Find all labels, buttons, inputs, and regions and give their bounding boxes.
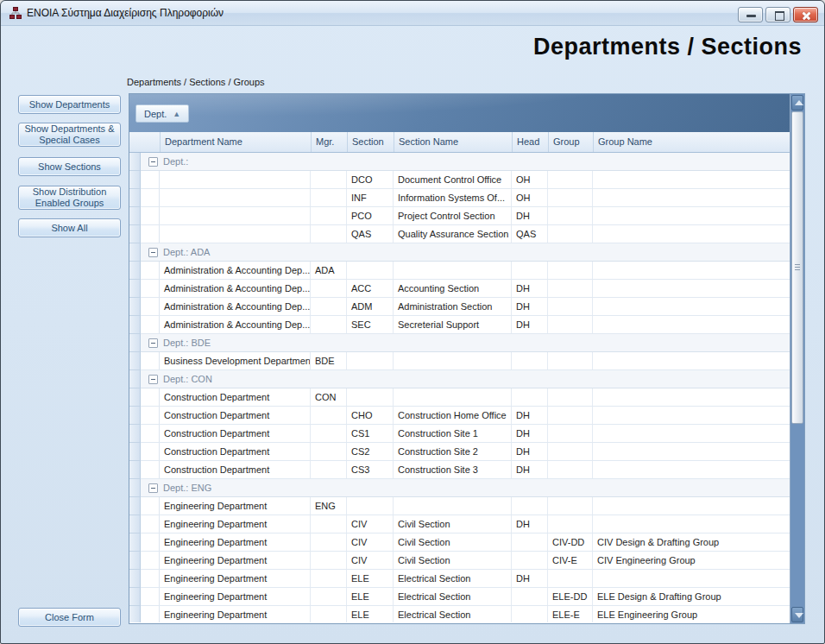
show-distribution-enabled-groups-button[interactable]: Show Distribution Enabled Groups bbox=[18, 186, 121, 210]
row-indicator[interactable] bbox=[129, 425, 141, 443]
column-header[interactable]: Department Name bbox=[161, 132, 312, 152]
grid-cell[interactable] bbox=[512, 262, 548, 279]
table-row[interactable]: Construction DepartmentCS2Construction S… bbox=[129, 443, 790, 461]
table-row[interactable]: PCOProject Control SectionDH bbox=[129, 207, 790, 225]
show-all-button[interactable]: Show All bbox=[18, 218, 121, 237]
grid-cell[interactable]: CIV Design & Drafting Group bbox=[593, 534, 790, 551]
grid-cell[interactable]: CIV-DD bbox=[548, 534, 593, 551]
grid-cell[interactable] bbox=[548, 461, 593, 478]
grid-cell[interactable] bbox=[311, 515, 347, 533]
grid-cell[interactable]: CS2 bbox=[347, 443, 394, 460]
row-indicator[interactable] bbox=[129, 552, 141, 570]
grid-cell[interactable] bbox=[593, 570, 790, 587]
grid-cell[interactable] bbox=[593, 225, 790, 243]
grid-cell[interactable] bbox=[311, 171, 347, 188]
grid-cell[interactable]: Electrical Section bbox=[394, 588, 512, 605]
minimize-button[interactable] bbox=[738, 7, 763, 22]
column-header[interactable]: Section bbox=[348, 132, 394, 152]
grid-cell[interactable] bbox=[548, 298, 593, 315]
grid-cell[interactable]: DH bbox=[512, 407, 548, 424]
grid-cell[interactable] bbox=[512, 352, 548, 369]
grid-cell[interactable]: Construction Home Office bbox=[394, 407, 512, 424]
grid-cell[interactable]: CIV bbox=[347, 552, 394, 569]
row-indicator[interactable] bbox=[129, 262, 141, 280]
grid-cell[interactable] bbox=[311, 606, 347, 622]
grid-cell[interactable] bbox=[593, 280, 790, 297]
grid-cell[interactable]: SEC bbox=[347, 316, 394, 333]
grid-cell[interactable]: Project Control Section bbox=[394, 207, 512, 224]
scrollbar-thumb[interactable] bbox=[791, 111, 803, 424]
table-row[interactable]: Engineering DepartmentELEElectrical Sect… bbox=[129, 570, 790, 588]
grid-cell[interactable]: DH bbox=[512, 515, 548, 533]
scroll-up-icon[interactable] bbox=[791, 95, 803, 110]
grid-cell[interactable]: CIV-E bbox=[548, 552, 593, 569]
table-row[interactable]: Engineering DepartmentELEElectrical Sect… bbox=[129, 606, 790, 622]
grid-cell[interactable]: Civil Section bbox=[394, 552, 512, 569]
grid-cell[interactable]: Engineering Department bbox=[160, 515, 311, 533]
grid-cell[interactable] bbox=[593, 207, 790, 224]
row-indicator[interactable] bbox=[129, 280, 141, 298]
group-row[interactable]: Dept.: CON bbox=[129, 370, 790, 388]
table-row[interactable]: Administration & Accounting Dep...ADMAdm… bbox=[129, 298, 790, 316]
grid-cell[interactable]: CS1 bbox=[347, 425, 394, 442]
grid-cell[interactable] bbox=[548, 443, 593, 460]
row-indicator[interactable] bbox=[129, 407, 141, 425]
grid-cell[interactable]: ELE bbox=[347, 588, 394, 605]
grid-cell[interactable] bbox=[593, 352, 790, 369]
grid-cell[interactable] bbox=[347, 388, 394, 406]
vertical-scrollbar[interactable] bbox=[790, 94, 804, 623]
grid-cell[interactable]: Electrical Section bbox=[394, 570, 512, 587]
grid-cell[interactable] bbox=[593, 388, 790, 406]
collapse-icon[interactable] bbox=[148, 248, 158, 257]
table-row[interactable]: Construction DepartmentCS3Construction S… bbox=[129, 461, 790, 479]
grid-cell[interactable] bbox=[311, 298, 347, 315]
grid-cell[interactable]: DH bbox=[512, 461, 548, 478]
row-indicator[interactable] bbox=[129, 606, 141, 622]
grid-cell[interactable] bbox=[311, 225, 347, 243]
row-indicator[interactable] bbox=[129, 189, 141, 207]
grid-cell[interactable]: Engineering Department bbox=[160, 534, 311, 551]
table-row[interactable]: Construction DepartmentCHOConstruction H… bbox=[129, 407, 790, 425]
collapse-icon[interactable] bbox=[148, 483, 158, 493]
table-row[interactable]: Engineering DepartmentCIVCivil SectionCI… bbox=[129, 534, 790, 552]
grid-cell[interactable]: Engineering Department bbox=[160, 570, 311, 587]
grid-cell[interactable] bbox=[548, 407, 593, 424]
grid-cell[interactable]: ELE-E bbox=[548, 606, 593, 622]
grid-cell[interactable] bbox=[347, 262, 394, 279]
grid-cell[interactable]: CHO bbox=[347, 407, 394, 424]
table-row[interactable]: Construction DepartmentCS1Construction S… bbox=[129, 425, 790, 443]
grid-cell[interactable]: DH bbox=[512, 298, 548, 315]
grid-cell[interactable]: Administration & Accounting Dep... bbox=[160, 262, 311, 279]
grid-cell[interactable]: Engineering Department bbox=[160, 606, 311, 622]
grid-cell[interactable] bbox=[160, 189, 311, 206]
table-row[interactable]: Engineering DepartmentELEElectrical Sect… bbox=[129, 588, 790, 606]
grid-cell[interactable] bbox=[160, 225, 311, 243]
grid-cell[interactable] bbox=[512, 534, 548, 551]
grid-cell[interactable] bbox=[311, 461, 347, 478]
column-header[interactable]: Mgr. bbox=[312, 132, 348, 152]
row-indicator[interactable] bbox=[129, 515, 141, 534]
grid-cell[interactable] bbox=[593, 407, 790, 424]
row-indicator[interactable] bbox=[129, 388, 141, 407]
table-row[interactable]: QASQuality Assurance SectionQAS bbox=[129, 225, 790, 243]
grid-cell[interactable]: Construction Site 1 bbox=[394, 425, 512, 442]
grid-cell[interactable] bbox=[160, 171, 311, 188]
row-indicator[interactable] bbox=[129, 570, 141, 588]
grid-cell[interactable]: PCO bbox=[347, 207, 394, 224]
group-row[interactable]: Dept.: ADA bbox=[129, 243, 790, 262]
grid-cell[interactable] bbox=[593, 497, 790, 515]
grid-cell[interactable] bbox=[311, 552, 347, 569]
row-indicator[interactable] bbox=[129, 207, 141, 225]
grid-cell[interactable]: Quality Assurance Section bbox=[394, 225, 512, 243]
table-row[interactable]: Administration & Accounting Dep...ADA bbox=[129, 262, 790, 280]
column-header[interactable]: Head bbox=[513, 132, 549, 152]
grid-cell[interactable]: DH bbox=[512, 443, 548, 460]
grid-cell[interactable] bbox=[311, 588, 347, 605]
grid-cell[interactable] bbox=[311, 280, 347, 297]
grid-cell[interactable] bbox=[394, 388, 512, 406]
row-indicator[interactable] bbox=[129, 243, 141, 262]
table-row[interactable]: Administration & Accounting Dep...ACCAcc… bbox=[129, 280, 790, 298]
group-by-chip-dept[interactable]: Dept. ▲ bbox=[135, 104, 189, 123]
grid-cell[interactable] bbox=[548, 497, 593, 515]
table-row[interactable]: Construction DepartmentCON bbox=[129, 388, 790, 407]
